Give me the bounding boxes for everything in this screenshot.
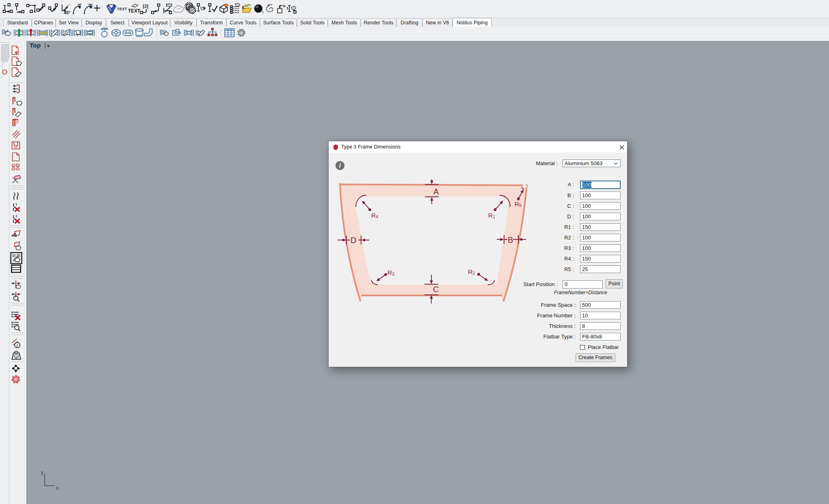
svg-text:[2]: [2] bbox=[143, 4, 149, 9]
svg-text:i: i bbox=[17, 343, 18, 348]
svg-text:C: C bbox=[433, 285, 439, 294]
svg-text:1: 1 bbox=[242, 5, 244, 9]
svg-text:1: 1 bbox=[286, 6, 289, 10]
svg-text:R2: R2 bbox=[468, 268, 475, 276]
svg-text:TEXT: TEXT bbox=[117, 7, 127, 11]
svg-text:A: A bbox=[433, 187, 439, 196]
svg-text:x: x bbox=[56, 485, 58, 491]
svg-text:TEXT: TEXT bbox=[128, 8, 141, 14]
svg-text:y: y bbox=[41, 470, 43, 475]
svg-text:144: 144 bbox=[176, 7, 181, 10]
svg-text:D: D bbox=[351, 236, 356, 245]
svg-text:0: 0 bbox=[78, 4, 81, 9]
svg-text:R: R bbox=[89, 4, 93, 9]
svg-text:A: A bbox=[283, 4, 286, 8]
svg-text:R3: R3 bbox=[387, 269, 394, 276]
svg-text:45°: 45° bbox=[64, 10, 70, 15]
svg-text:R1: R1 bbox=[488, 212, 495, 219]
svg-text:R4: R4 bbox=[371, 212, 378, 219]
